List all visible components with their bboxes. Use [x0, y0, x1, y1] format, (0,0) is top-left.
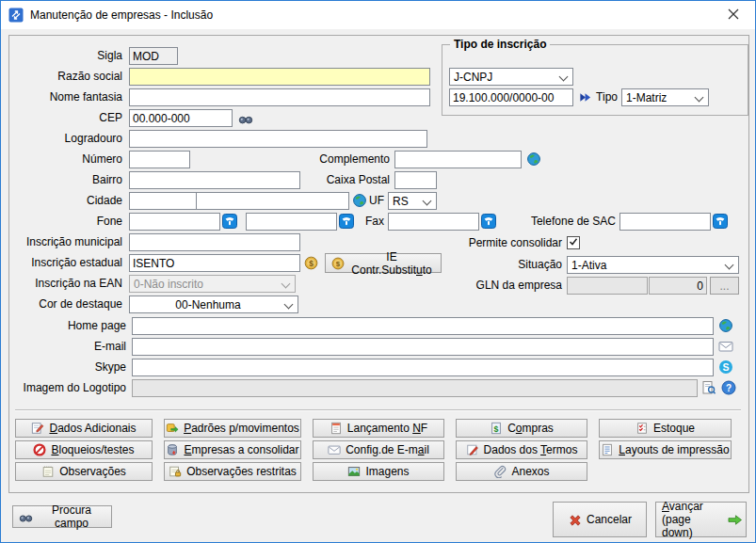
fax-label: Fax [356, 213, 384, 231]
coin-icon[interactable]: $ [304, 256, 319, 271]
sigla-input[interactable] [129, 47, 178, 65]
bloqueios-testes-button[interactable]: Bloqueios/testes [15, 440, 153, 459]
cnpj-input[interactable] [449, 88, 573, 106]
permite-consolidar-checkbox[interactable] [567, 236, 580, 249]
skype-icon[interactable]: S [718, 359, 733, 375]
phone-icon[interactable] [481, 214, 496, 229]
title-bar[interactable]: Manutenção de empresas - Inclusão [1, 1, 755, 29]
edit-pad-icon [31, 422, 44, 435]
binoculars-icon [19, 510, 32, 523]
estoque-button[interactable]: Estoque [599, 419, 732, 438]
lancamento-nf-button[interactable]: Lançamento NF [313, 419, 444, 438]
svg-text:$: $ [494, 424, 499, 434]
cep-input[interactable] [129, 109, 233, 127]
separator [15, 409, 741, 411]
cor-destaque-label: Cor de destaque [9, 295, 122, 313]
binoculars-icon[interactable] [238, 111, 253, 126]
svg-text:?: ? [726, 383, 732, 393]
padroes-movimentos-button[interactable]: Padrões p/movimentos [164, 419, 301, 438]
globe-icon[interactable] [718, 318, 733, 333]
button-label: Padrões p/movimentos [184, 422, 299, 435]
situacao-select[interactable]: 1-Ativa [567, 256, 739, 274]
numero-input[interactable] [129, 151, 190, 168]
fone-label: Fone [9, 213, 122, 231]
tipo-label: Tipo [588, 88, 618, 106]
database-icon [166, 443, 179, 456]
razao-social-input[interactable] [129, 68, 430, 86]
imagens-button[interactable]: Imagens [313, 462, 444, 481]
observacoes-button[interactable]: Observações [15, 462, 153, 481]
invoice-icon [330, 422, 343, 435]
coin-icon: $ [331, 257, 345, 270]
fone-input-2[interactable] [246, 213, 337, 231]
layouts-impressao-button[interactable]: Layouts de impressão [599, 440, 732, 459]
gln-input-2 [649, 277, 707, 295]
tipo-documento-select[interactable]: J-CNPJ [449, 68, 573, 86]
tipo-inscricao-title: Tipo de inscrição [450, 38, 550, 51]
config-email-button[interactable]: Config.de E-mail [313, 440, 444, 459]
home-page-input[interactable] [132, 317, 714, 335]
caixa-postal-input[interactable] [394, 171, 437, 189]
razao-social-label: Razão social [9, 68, 122, 86]
dados-termos-button[interactable]: Dados dos Termos [456, 440, 587, 459]
telefone-sac-label: Telefone de SAC [499, 213, 616, 231]
compras-button[interactable]: $ Compras [456, 419, 587, 438]
cancelar-button[interactable]: Cancelar [553, 502, 647, 537]
section-buttons: Dados Adicionais Padrões p/movimentos La… [15, 419, 732, 481]
dados-adicionais-button[interactable]: Dados Adicionais [15, 419, 153, 438]
button-label: Observações restritas [186, 465, 297, 478]
caixa-postal-label: Caixa Postal [273, 171, 390, 189]
globe-icon[interactable] [526, 152, 541, 167]
complemento-input[interactable] [394, 151, 522, 168]
uf-select[interactable]: RS [388, 192, 437, 210]
cidade-nome-input[interactable] [196, 192, 349, 210]
cep-label: CEP [9, 109, 122, 127]
empresas-consolidar-button[interactable]: Empresas a consolidar [164, 440, 301, 459]
cor-destaque-select[interactable]: 00-Nenhuma [129, 295, 298, 313]
phone-icon[interactable] [222, 214, 237, 229]
cidade-codigo-input[interactable] [129, 192, 197, 210]
preview-image-icon[interactable] [701, 380, 716, 395]
avancar-button[interactable]: Avançar(page down) [655, 502, 747, 537]
button-label: Estoque [653, 422, 695, 435]
numero-label: Número [9, 151, 122, 168]
help-icon[interactable]: ? [721, 380, 736, 395]
envelope-icon[interactable] [718, 339, 733, 354]
button-label: Observações [59, 465, 126, 478]
telefone-sac-input[interactable] [619, 213, 711, 231]
home-page-label: Home page [9, 317, 126, 335]
button-label: Config.de E-mail [346, 443, 429, 456]
fone-input-1[interactable] [129, 213, 220, 231]
phone-icon[interactable] [713, 214, 728, 229]
button-label: Procura campo [38, 503, 105, 530]
gln-input-1 [567, 277, 648, 295]
skype-label: Skype [9, 359, 126, 376]
procura-campo-button[interactable]: Procura campo [12, 505, 112, 528]
logradouro-label: Logradouro [9, 130, 122, 148]
inscricao-estadual-input[interactable] [129, 254, 300, 272]
ie-contr-substituto-button[interactable]: $ IE Contr.Substituto [325, 253, 442, 273]
observacoes-restritas-button[interactable]: Observações restritas [164, 462, 301, 481]
inscricao-ean-select: 0-Não inscrito [129, 275, 296, 293]
email-input[interactable] [132, 338, 714, 356]
button-label: Avançar(page down) [662, 500, 721, 539]
inscricao-municipal-label: Inscrição municipal [9, 233, 122, 251]
inscricao-municipal-input[interactable] [129, 233, 300, 251]
logotipo-input [132, 379, 698, 397]
tipo-select[interactable]: 1-Matriz [621, 88, 709, 106]
fax-input[interactable] [388, 213, 479, 231]
form-panel: Sigla Razão social Nome fantasia CEP Log… [8, 35, 749, 493]
phone-icon[interactable] [339, 214, 354, 229]
nome-fantasia-input[interactable] [129, 88, 430, 106]
skype-input[interactable] [132, 359, 714, 376]
stock-checklist-icon [635, 422, 649, 435]
button-label: Dados dos Termos [484, 443, 578, 456]
dialog-window: Manutenção de empresas - Inclusão Sigla … [0, 0, 756, 543]
button-label: Cancelar [587, 513, 632, 526]
gln-browse-button[interactable]: ... [710, 277, 739, 295]
anexos-button[interactable]: Anexos [456, 462, 587, 481]
bairro-label: Bairro [9, 171, 122, 189]
inscricao-ean-label: Inscrição na EAN [9, 275, 122, 293]
close-button[interactable] [712, 1, 755, 29]
logradouro-input[interactable] [129, 130, 427, 148]
